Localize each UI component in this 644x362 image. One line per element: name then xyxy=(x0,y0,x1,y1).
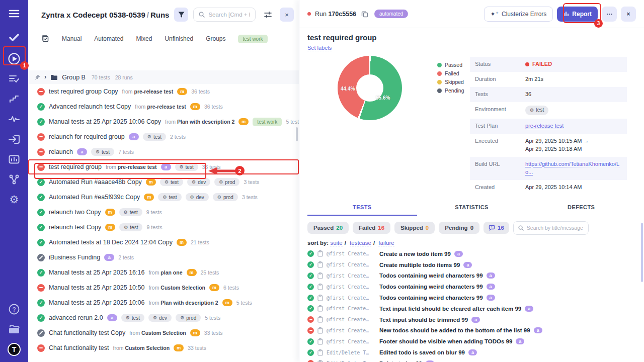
runs-search[interactable] xyxy=(193,8,256,22)
run-list-item[interactable]: Manual tests at 25 Apr 2025 10:06from Pl… xyxy=(28,295,299,310)
run-list-item[interactable]: Automated Run #aaace48b Copym⚙test⚙dev⚙p… xyxy=(28,174,299,190)
test-cases-icon[interactable] xyxy=(8,31,21,44)
environment-badge: ⚙test xyxy=(119,223,142,231)
left-scrollbar[interactable] xyxy=(296,127,298,141)
filter-chip-passed[interactable]: Passed 20 xyxy=(307,222,349,234)
runs-tab-mixed[interactable]: Mixed xyxy=(136,35,152,42)
chevron-right-icon[interactable]: › xyxy=(44,73,46,80)
test-list-item[interactable]: @first Create…Create multiple todo items… xyxy=(307,259,636,270)
test-list-item[interactable]: Edit/Delete T…Edited todo is saved on bl… xyxy=(307,347,636,358)
clusterize-errors-button[interactable]: ✦⁺ Clusterize Errors xyxy=(484,7,553,22)
import-icon[interactable] xyxy=(8,133,21,146)
legend-item-failed[interactable]: Failed xyxy=(437,70,464,76)
run-list-item[interactable]: Chat functionality test Copyfrom Custom … xyxy=(28,325,299,340)
tab-tests[interactable]: TESTS xyxy=(307,200,417,216)
run-from-label: from plan one xyxy=(148,269,182,276)
runs-search-input[interactable] xyxy=(208,12,250,18)
legend-label: Passed xyxy=(445,62,462,68)
run-list-item[interactable]: test required group Copyfrom pre-release… xyxy=(28,84,299,99)
test-status-icon xyxy=(307,316,314,323)
test-list-item[interactable]: @first Create…Text input should be trimm… xyxy=(307,314,636,325)
report-button[interactable]: Report xyxy=(557,7,598,22)
test-list-item[interactable]: Edit/Delete T…Delete todos 99a xyxy=(307,358,636,362)
run-list-item[interactable]: Chat functionality testfrom Custom Selec… xyxy=(28,340,299,355)
tag-filter-test-work[interactable]: test work xyxy=(238,35,267,43)
run-list-item[interactable]: Automated tests at 18 Dec 2024 12:04 Cop… xyxy=(28,235,299,250)
tab-defects[interactable]: DEFECTS xyxy=(526,200,636,216)
menu-icon[interactable] xyxy=(8,7,21,20)
more-button[interactable]: ⋯ xyxy=(602,7,617,22)
analytics-pulse-icon[interactable] xyxy=(8,113,21,126)
set-labels-link[interactable]: Set labels xyxy=(307,45,332,51)
filter-button[interactable] xyxy=(174,8,188,22)
run-status-icon xyxy=(37,254,45,261)
tests-search[interactable] xyxy=(513,221,589,235)
sort-link-suite[interactable]: suite xyxy=(330,240,342,246)
detail-row: Environment⚙test xyxy=(470,102,627,119)
settings-gear-icon[interactable]: ⚙ xyxy=(8,193,21,206)
sort-link-testcase[interactable]: testcase xyxy=(350,240,371,246)
sort-link-failure[interactable]: failure xyxy=(378,240,394,246)
run-list-item[interactable]: iBusiness Fundinga2 tests xyxy=(28,250,299,265)
test-list-item[interactable]: @first Create…Footer should be visible w… xyxy=(307,336,636,347)
run-list-item[interactable]: relauncha⚙test7 tests xyxy=(28,144,299,159)
filter-chip-pending[interactable]: Pending 0 xyxy=(439,222,479,234)
copy-icon[interactable] xyxy=(361,11,368,18)
run-test-count: 3 tests xyxy=(244,179,259,185)
run-list-item[interactable]: Manual tests at 25 Apr 2025 16:16from pl… xyxy=(28,265,299,280)
close-panel-button[interactable]: × xyxy=(280,8,294,22)
test-list-item[interactable]: @first Create…Todos containing weird cha… xyxy=(307,281,636,292)
run-list-item[interactable]: Advanced relaunch test Copyfrom pre-rele… xyxy=(28,99,299,114)
failed-percent-label: 44.4% xyxy=(341,86,355,92)
test-list-item[interactable]: @first Create…Text input field should be… xyxy=(307,303,636,314)
runs-tab-manual[interactable]: Manual xyxy=(62,35,82,42)
test-list-item[interactable]: @first Create…Create a new todo item 99a xyxy=(307,248,636,259)
detail-row: ExecutedApr 29, 2025 10:15 AM →Apr 29, 2… xyxy=(470,134,627,157)
filter-chip-skipped[interactable]: Skipped 0 xyxy=(394,222,435,234)
legend-item-passed[interactable]: Passed xyxy=(437,62,464,68)
runs-tab-unfinished[interactable]: Unfinished xyxy=(165,35,193,42)
run-list-item[interactable]: Automated Run #ea5f939c Copym⚙test⚙dev⚙p… xyxy=(28,190,299,205)
test-results-icon[interactable] xyxy=(8,72,21,85)
run-list-item[interactable]: relaunch two Copym⚙test9 tests xyxy=(28,205,299,220)
runs-tab-automated[interactable]: Automated xyxy=(94,35,123,42)
runs-tab-groups[interactable]: Groups xyxy=(206,35,225,42)
test-list-item[interactable]: @first Create…New todos should be added … xyxy=(307,325,636,336)
help-icon[interactable]: ? xyxy=(8,303,21,316)
run-source-badge: m xyxy=(144,194,154,201)
detail-link[interactable]: pre-release test xyxy=(525,123,564,129)
runs-icon[interactable] xyxy=(8,52,21,65)
detail-link[interactable]: https://github.com/TetianaKhomenko/Lo... xyxy=(525,161,619,175)
user-avatar[interactable]: T xyxy=(8,343,21,356)
legend-item-skipped[interactable]: Skipped xyxy=(437,79,464,85)
legend-item-pending[interactable]: Pending xyxy=(437,87,464,94)
test-source-badge: a xyxy=(487,284,495,290)
run-from-label: from Custom Selection xyxy=(129,330,186,336)
close-detail-button[interactable]: × xyxy=(621,7,636,22)
test-title: Footer should be visible when adding TOD… xyxy=(379,338,512,344)
filter-chip-failed[interactable]: Failed 16 xyxy=(353,222,390,234)
milestones-icon[interactable] xyxy=(8,93,21,106)
projects-icon[interactable] xyxy=(8,323,21,336)
environment-badge: ⚙test xyxy=(121,314,144,322)
checklist-icon[interactable] xyxy=(42,35,49,43)
branches-icon[interactable] xyxy=(8,173,21,186)
run-status-icon xyxy=(37,118,45,126)
run-list-item[interactable]: advanced rerun 2.0a⚙test⚙dev⚙prod5 tests xyxy=(28,310,299,325)
group-row[interactable]: › Group B 70 tests 28 runs xyxy=(28,70,299,84)
right-scrollbar[interactable] xyxy=(641,223,643,282)
test-list-item[interactable]: @first Create…Todos containing weird cha… xyxy=(307,292,636,303)
comments-filter-chip[interactable]: 16 xyxy=(484,222,509,234)
run-list-item[interactable]: test required groupfrom pre-release test… xyxy=(28,159,299,174)
run-list-item[interactable]: Manual tests at 25 Apr 2025 10:06 Copyfr… xyxy=(28,114,299,129)
run-list-item[interactable]: Manual tests at 25 Apr 2025 10:50from Cu… xyxy=(28,280,299,295)
run-list-item[interactable]: relaunch for required groupa⚙test2 tests xyxy=(28,129,299,144)
reports-icon[interactable] xyxy=(8,153,21,166)
tab-statistics[interactable]: STATISTICS xyxy=(417,200,527,216)
run-id-label: Run 170c5556 xyxy=(315,11,356,18)
test-list-item[interactable]: @first Create…Todos containing weird cha… xyxy=(307,270,636,282)
tests-search-input[interactable] xyxy=(527,225,584,231)
test-source-badge: a xyxy=(525,306,533,312)
view-settings-button[interactable] xyxy=(261,8,275,22)
run-list-item[interactable]: relaunch test Copym⚙test9 tests xyxy=(28,220,299,235)
